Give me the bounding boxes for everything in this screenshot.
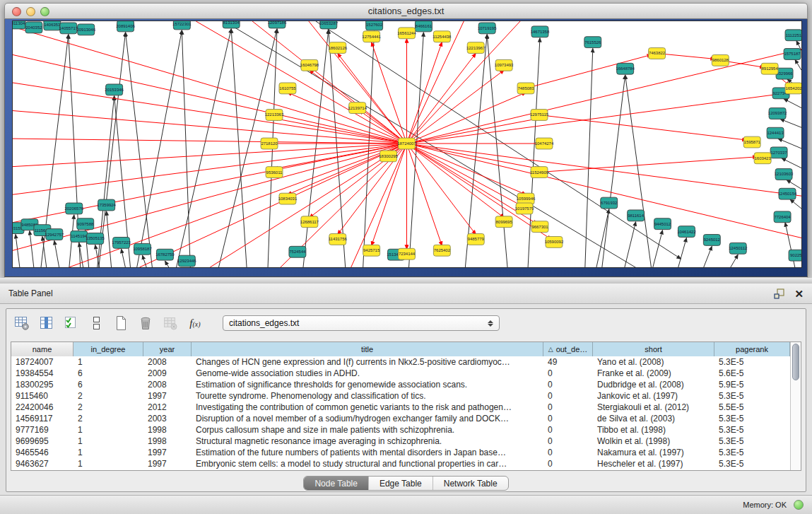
- table-cell[interactable]: Tourette syndrome. Phenomenology and cla…: [192, 390, 543, 402]
- network-node[interactable]: 1406353: [44, 21, 61, 30]
- table-cell[interactable]: 1: [73, 447, 143, 458]
- network-node[interactable]: 12093872: [768, 108, 787, 119]
- network-node[interactable]: 20913046: [76, 24, 95, 35]
- network-node[interactable]: 11524909: [530, 167, 549, 178]
- table-cell[interactable]: 2009: [143, 368, 192, 379]
- table-row[interactable]: 969969511998Structural magnetic resonanc…: [11, 436, 790, 447]
- network-node[interactable]: 17359924: [97, 199, 116, 211]
- network-edge-black[interactable]: [703, 246, 712, 268]
- table-row[interactable]: 1938455462009Genome-wide association stu…: [11, 368, 790, 379]
- network-node[interactable]: 10719195: [478, 23, 497, 34]
- network-edge-black[interactable]: [122, 249, 126, 268]
- row-height-button[interactable]: [88, 315, 105, 332]
- network-node[interactable]: 10590092: [545, 237, 564, 248]
- table-cell[interactable]: 0: [543, 368, 593, 379]
- table-cell[interactable]: 19384554: [11, 368, 73, 379]
- network-node[interactable]: 9667301: [531, 221, 548, 233]
- tab-edge-table[interactable]: Edge Table: [368, 477, 433, 490]
- network-node[interactable]: 8466161: [415, 21, 432, 32]
- network-edge-black[interactable]: [528, 38, 540, 268]
- network-edge-red[interactable]: [407, 144, 442, 245]
- network-node[interactable]: 1654202: [785, 83, 802, 94]
- table-cell[interactable]: 5.6E-5: [714, 368, 790, 379]
- network-node[interactable]: 902251: [789, 250, 802, 261]
- table-cell[interactable]: 18724007: [11, 356, 73, 368]
- network-node[interactable]: 1575187: [784, 49, 801, 60]
- network-edge-red[interactable]: [274, 118, 406, 144]
- table-cell[interactable]: 5.5E-5: [714, 402, 790, 413]
- column-header-pagerank[interactable]: pagerank: [714, 342, 790, 356]
- network-node[interactable]: 7726404: [774, 211, 791, 223]
- table-cell[interactable]: Hescheler et al. (1997): [593, 458, 714, 469]
- table-cell[interactable]: 5.3E-5: [714, 458, 790, 469]
- table-mode-button[interactable]: [13, 315, 30, 332]
- network-edge-red[interactable]: [288, 93, 407, 144]
- network-node[interactable]: 10653287: [319, 21, 339, 29]
- network-edge-red[interactable]: [407, 53, 476, 144]
- network-node[interactable]: 7485083: [517, 83, 534, 94]
- network-edge-black[interactable]: [625, 75, 652, 268]
- network-node[interactable]: 13505135: [86, 233, 105, 245]
- column-header-out_de[interactable]: △out_de…: [543, 342, 593, 356]
- network-node[interactable]: 9860128: [712, 54, 729, 66]
- network-edge-black[interactable]: [596, 209, 609, 268]
- network-node[interactable]: 1112251: [785, 30, 802, 41]
- table-cell[interactable]: 6: [73, 368, 143, 379]
- network-edge-red[interactable]: [407, 144, 522, 206]
- table-cell[interactable]: 1997: [143, 458, 192, 469]
- network-node[interactable]: 12975115: [530, 110, 549, 121]
- table-cell[interactable]: 0: [543, 413, 593, 424]
- network-node[interactable]: 18300295: [379, 151, 398, 162]
- network-edge-black[interactable]: [784, 99, 801, 108]
- table-cell[interactable]: 1998: [143, 436, 192, 447]
- table-cell[interactable]: 22420046: [11, 402, 73, 413]
- table-cell[interactable]: 1997: [143, 447, 192, 458]
- network-edge-red[interactable]: [13, 111, 407, 144]
- table-cell[interactable]: 1: [73, 436, 143, 447]
- column-header-title[interactable]: title: [192, 342, 543, 356]
- table-cell[interactable]: 1997: [143, 390, 192, 402]
- table-cell[interactable]: 2012: [143, 402, 192, 413]
- column-header-year[interactable]: year: [143, 342, 192, 356]
- network-edge-black[interactable]: [363, 31, 375, 268]
- network-node[interactable]: 12686117: [300, 216, 319, 228]
- network-node[interactable]: 8131304: [223, 21, 240, 28]
- close-window-button[interactable]: [12, 7, 21, 16]
- network-edge-red[interactable]: [407, 49, 801, 144]
- network-edge-red[interactable]: [372, 42, 407, 144]
- float-panel-icon[interactable]: [774, 288, 784, 299]
- table-row[interactable]: 911546021997Tourette syndrome. Phenomeno…: [11, 390, 790, 402]
- table-cell[interactable]: 0: [543, 379, 593, 390]
- network-edge-red[interactable]: [13, 83, 407, 144]
- delete-column-button[interactable]: [137, 315, 154, 332]
- zoom-window-button[interactable]: [40, 7, 49, 16]
- table-cell[interactable]: 9777169: [11, 424, 73, 436]
- table-cell[interactable]: 6: [73, 379, 143, 390]
- tab-node-table[interactable]: Node Table: [304, 477, 368, 490]
- network-node[interactable]: 6791932: [601, 197, 618, 209]
- network-node[interactable]: 12213363: [265, 110, 284, 121]
- table-row[interactable]: 1456911722003Disruption of a novel membe…: [11, 413, 790, 424]
- network-node[interactable]: 1595871: [743, 136, 760, 148]
- network-edge-black[interactable]: [465, 35, 487, 268]
- table-cell[interactable]: 5.3E-5: [714, 424, 790, 436]
- network-node[interactable]: 12103603: [775, 169, 794, 180]
- network-node[interactable]: 9811614: [628, 210, 645, 221]
- table-cell[interactable]: 5.9E-5: [714, 379, 790, 390]
- network-edge-black[interactable]: [787, 180, 801, 189]
- table-cell[interactable]: 2: [73, 390, 143, 402]
- panel-splitter[interactable]: [0, 278, 812, 284]
- table-cell[interactable]: 9465546: [11, 447, 73, 458]
- network-node[interactable]: 12942757: [45, 229, 64, 240]
- network-edge-black[interactable]: [795, 59, 801, 70]
- table-row[interactable]: 2242004622012Investigating the contribut…: [11, 402, 790, 413]
- network-node[interactable]: 10958187: [133, 243, 152, 255]
- table-row[interactable]: 946362711997Embryonic stem cells: a mode…: [11, 458, 790, 469]
- network-node[interactable]: 12450154: [778, 188, 797, 199]
- network-node[interactable]: 8099695: [495, 216, 512, 228]
- network-node[interactable]: 16782759: [155, 249, 175, 260]
- network-node[interactable]: 9245012: [703, 235, 720, 246]
- table-cell[interactable]: Structural magnetic resonance image aver…: [192, 436, 543, 447]
- table-cell[interactable]: 5.3E-5: [714, 436, 790, 447]
- table-cell[interactable]: 2: [73, 413, 143, 424]
